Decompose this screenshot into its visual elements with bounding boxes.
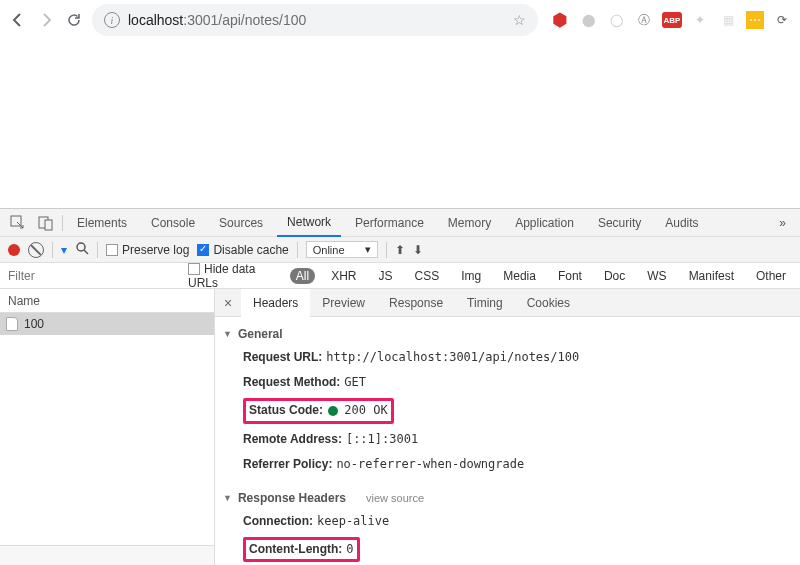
filter-type-media[interactable]: Media xyxy=(497,268,542,284)
detail-tab-bar: × Headers Preview Response Timing Cookie… xyxy=(215,289,800,317)
browser-toolbar: i localhost:3001/api/notes/100 ☆ ⬢ ⬤ ◯ Ⓐ… xyxy=(0,0,800,40)
general-section-header[interactable]: ▼General xyxy=(215,323,800,345)
extension-icons: ⬢ ⬤ ◯ Ⓐ ABP ✦ ▦ ⋯ ⟳ xyxy=(546,10,792,30)
remote-address-row: Remote Address:[::1]:3001 xyxy=(215,427,800,452)
filter-type-other[interactable]: Other xyxy=(750,268,792,284)
file-icon xyxy=(6,317,18,331)
adblock-icon[interactable]: ABP xyxy=(662,12,682,28)
request-list-footer xyxy=(0,545,214,565)
search-icon[interactable] xyxy=(75,241,89,258)
filter-type-manifest[interactable]: Manifest xyxy=(683,268,740,284)
record-button[interactable] xyxy=(8,244,20,256)
clear-button[interactable] xyxy=(28,242,44,258)
download-har-icon[interactable]: ⬇ xyxy=(413,243,423,257)
ublock-icon[interactable]: ⬢ xyxy=(550,10,570,30)
detail-tab-response[interactable]: Response xyxy=(377,289,455,317)
disable-cache-checkbox[interactable]: Disable cache xyxy=(197,243,288,257)
url-text: localhost:3001/api/notes/100 xyxy=(128,12,306,28)
request-url-row: Request URL:http://localhost:3001/api/no… xyxy=(215,345,800,370)
request-detail: × Headers Preview Response Timing Cookie… xyxy=(215,289,800,565)
back-button[interactable] xyxy=(8,10,28,30)
headers-panel: ▼General Request URL:http://localhost:30… xyxy=(215,317,800,565)
detail-tab-cookies[interactable]: Cookies xyxy=(515,289,582,317)
filter-type-img[interactable]: Img xyxy=(455,268,487,284)
filter-type-font[interactable]: Font xyxy=(552,268,588,284)
filter-type-ws[interactable]: WS xyxy=(641,268,672,284)
hide-data-urls-checkbox[interactable]: Hide data URLs xyxy=(188,262,280,290)
more-tabs-icon[interactable]: » xyxy=(771,216,794,230)
tab-sources[interactable]: Sources xyxy=(209,209,273,237)
request-method-row: Request Method:GET xyxy=(215,370,800,395)
close-detail-button[interactable]: × xyxy=(215,295,241,311)
tab-elements[interactable]: Elements xyxy=(67,209,137,237)
extension-icon[interactable]: ✦ xyxy=(690,10,710,30)
extension-icon[interactable]: Ⓐ xyxy=(634,10,654,30)
filter-type-css[interactable]: CSS xyxy=(409,268,446,284)
view-source-link[interactable]: view source xyxy=(366,492,424,504)
network-toolbar: ▾ Preserve log Disable cache Online▾ ⬆ ⬇ xyxy=(0,237,800,263)
devtools-panel: Elements Console Sources Network Perform… xyxy=(0,208,800,565)
forward-button[interactable] xyxy=(36,10,56,30)
extension-icon[interactable]: ◯ xyxy=(606,10,626,30)
bookmark-star-icon[interactable]: ☆ xyxy=(513,12,526,28)
tab-security[interactable]: Security xyxy=(588,209,651,237)
svg-rect-2 xyxy=(45,220,52,230)
filter-type-all[interactable]: All xyxy=(290,268,315,284)
tab-network[interactable]: Network xyxy=(277,209,341,237)
reload-button[interactable] xyxy=(64,10,84,30)
request-list-header[interactable]: Name xyxy=(0,289,214,313)
filter-type-xhr[interactable]: XHR xyxy=(325,268,362,284)
request-name: 100 xyxy=(24,317,44,331)
devtools-tab-bar: Elements Console Sources Network Perform… xyxy=(0,209,800,237)
filter-toggle-icon[interactable]: ▾ xyxy=(61,243,67,257)
tab-console[interactable]: Console xyxy=(141,209,205,237)
detail-tab-timing[interactable]: Timing xyxy=(455,289,515,317)
filter-type-doc[interactable]: Doc xyxy=(598,268,631,284)
status-dot-icon xyxy=(328,406,338,416)
extension-icon[interactable]: ⟳ xyxy=(772,10,792,30)
referrer-policy-row: Referrer Policy:no-referrer-when-downgra… xyxy=(215,452,800,477)
filter-input[interactable] xyxy=(8,269,108,283)
filter-type-js[interactable]: JS xyxy=(373,268,399,284)
site-info-icon[interactable]: i xyxy=(104,12,120,28)
device-toolbar-icon[interactable] xyxy=(34,213,58,233)
tab-memory[interactable]: Memory xyxy=(438,209,501,237)
svg-point-3 xyxy=(77,243,85,251)
upload-har-icon[interactable]: ⬆ xyxy=(395,243,405,257)
content-length-row: Content-Length:0 xyxy=(215,534,800,565)
network-filter-bar: Hide data URLs All XHR JS CSS Img Media … xyxy=(0,263,800,289)
extension-icon[interactable]: ⬤ xyxy=(578,10,598,30)
network-body: Name 100 × Headers Preview Response Timi… xyxy=(0,289,800,565)
preserve-log-checkbox[interactable]: Preserve log xyxy=(106,243,189,257)
page-content xyxy=(0,40,800,208)
extension-icon[interactable]: ⋯ xyxy=(746,11,764,29)
detail-tab-preview[interactable]: Preview xyxy=(310,289,377,317)
tab-application[interactable]: Application xyxy=(505,209,584,237)
connection-row: Connection:keep-alive xyxy=(215,509,800,534)
tab-audits[interactable]: Audits xyxy=(655,209,708,237)
extension-icon[interactable]: ▦ xyxy=(718,10,738,30)
address-bar[interactable]: i localhost:3001/api/notes/100 ☆ xyxy=(92,4,538,36)
response-headers-section-header[interactable]: ▼Response Headersview source xyxy=(215,487,800,509)
tab-performance[interactable]: Performance xyxy=(345,209,434,237)
request-row[interactable]: 100 xyxy=(0,313,214,335)
request-list: Name 100 xyxy=(0,289,215,565)
throttle-select[interactable]: Online▾ xyxy=(306,241,378,258)
status-code-row: Status Code: 200 OK xyxy=(215,395,800,426)
detail-tab-headers[interactable]: Headers xyxy=(241,289,310,317)
inspect-element-icon[interactable] xyxy=(6,213,30,233)
